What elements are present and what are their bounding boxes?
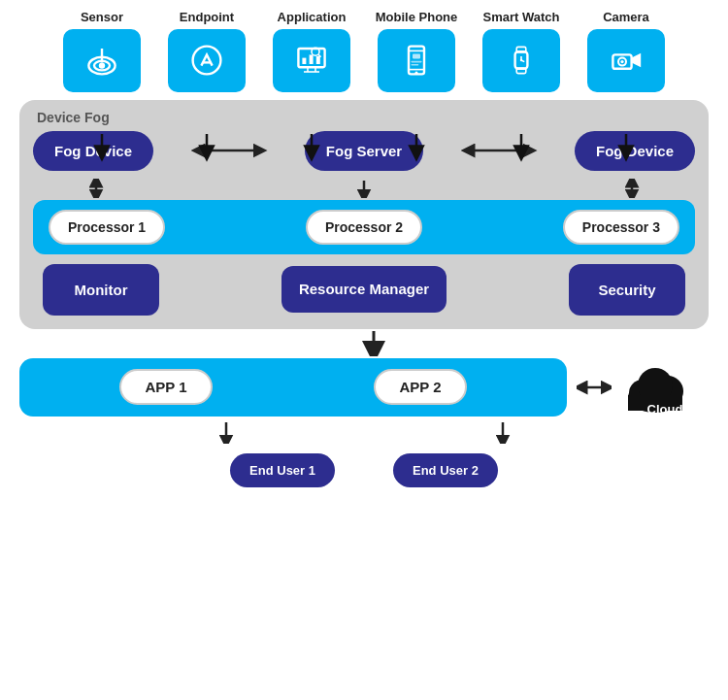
- resource-manager-box: Resource Manager: [281, 266, 447, 313]
- application-icon: [292, 41, 331, 80]
- mobile-label: Mobile Phone: [376, 10, 458, 25]
- monitor-box: Monitor: [43, 264, 159, 316]
- application-label: Application: [278, 10, 347, 25]
- app1-pill: APP 1: [119, 369, 212, 405]
- device-smartwatch: Smart Watch: [473, 10, 570, 92]
- processor-2: Processor 2: [306, 210, 422, 245]
- camera-icon: [607, 41, 645, 80]
- app2-pill: APP 2: [374, 369, 466, 405]
- svg-point-30: [620, 60, 623, 63]
- end-user-2: End User 2: [393, 453, 498, 487]
- rm-to-app-arrow: [19, 329, 709, 356]
- app-cloud-arrow: [577, 368, 612, 407]
- svg-rect-10: [310, 54, 314, 64]
- device-mobile: Mobile Phone: [368, 10, 465, 92]
- endpoint-label: Endpoint: [180, 10, 234, 25]
- svg-rect-11: [316, 56, 320, 64]
- devices-section: Sensor Endpoint Application Mobile Phone: [10, 10, 718, 92]
- svg-point-4: [193, 47, 221, 75]
- security-box: Security: [569, 264, 685, 316]
- fog-label: Device Fog: [37, 110, 110, 125]
- svg-rect-20: [411, 64, 418, 66]
- device-application: Application: [263, 10, 360, 92]
- svg-rect-9: [302, 58, 306, 64]
- sensor-icon-box: [63, 29, 141, 92]
- smartwatch-icon: [502, 41, 541, 80]
- diagram-container: Sensor Endpoint Application Mobile Phone: [0, 0, 728, 700]
- device-endpoint: Endpoint: [158, 10, 255, 92]
- end-user-1: End User 1: [230, 453, 335, 487]
- app1-end-arrow: [216, 420, 236, 444]
- endpoint-icon-box: [168, 29, 246, 92]
- cloud-label: Cloud: [621, 402, 709, 417]
- v-arrow-right: [622, 179, 642, 198]
- bidirectional-arrow-right: [460, 141, 538, 160]
- smartwatch-label: Smart Watch: [483, 10, 560, 25]
- fog-device-left: Fog Device: [33, 131, 153, 171]
- mobile-icon-box: [378, 29, 455, 92]
- cloud-container: Cloud: [621, 356, 709, 418]
- sensor-icon: [83, 41, 121, 80]
- processor-3: Processor 3: [563, 210, 679, 245]
- fog-device-right: Fog Device: [575, 131, 695, 171]
- fog-server: Fog Server: [305, 131, 423, 171]
- svg-marker-28: [632, 53, 642, 67]
- app2-end-arrow: [493, 420, 513, 444]
- processor-row: Processor 1 Processor 2 Processor 3: [33, 200, 695, 254]
- fog-layer: Device Fog Fog Device Fog Server: [19, 100, 709, 329]
- camera-label: Camera: [603, 10, 649, 25]
- endpoint-icon: [187, 41, 226, 80]
- svg-point-26: [520, 59, 522, 61]
- bidirectional-arrow-left: [190, 141, 268, 160]
- app-bar: APP 1 APP 2: [19, 358, 567, 417]
- mobile-icon: [397, 41, 436, 80]
- end-users-row: End User 1 End User 2: [10, 453, 718, 487]
- device-sensor: Sensor: [53, 10, 150, 92]
- v-arrow-left: [86, 179, 106, 198]
- svg-rect-18: [413, 54, 420, 59]
- svg-point-2: [99, 62, 105, 68]
- smartwatch-icon-box: [482, 29, 560, 92]
- processor-1: Processor 1: [49, 210, 165, 245]
- sensor-label: Sensor: [81, 10, 123, 25]
- components-row: Monitor Resource Manager Security: [33, 264, 695, 316]
- fog-arrow-left-right: [153, 141, 305, 160]
- fog-arrow-right-left: [423, 141, 575, 160]
- device-camera: Camera: [578, 10, 675, 92]
- fog-nodes-row: Fog Device Fog Server: [33, 131, 695, 171]
- application-icon-box: [273, 29, 350, 92]
- camera-icon-box: [587, 29, 665, 92]
- v-arrow-center: [354, 179, 374, 198]
- svg-rect-19: [411, 61, 421, 63]
- svg-point-17: [414, 72, 417, 75]
